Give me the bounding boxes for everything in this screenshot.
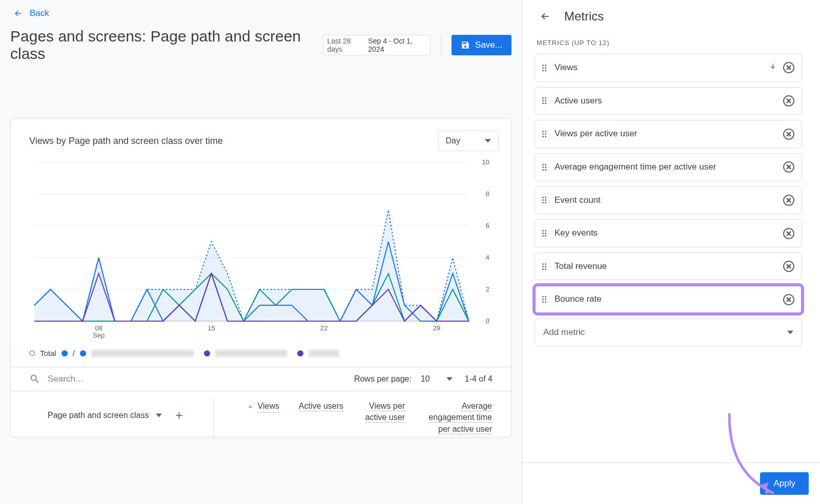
metric-chip-label: Active users bbox=[555, 95, 777, 108]
back-link[interactable]: Back bbox=[10, 6, 52, 20]
legend-dot-d bbox=[297, 350, 303, 356]
search-placeholder: Search… bbox=[48, 374, 84, 384]
chevron-down-icon bbox=[156, 412, 162, 418]
metric-chip-label: Event count bbox=[555, 194, 777, 207]
chevron-down-icon bbox=[485, 138, 491, 144]
svg-text:15: 15 bbox=[208, 324, 215, 332]
add-metric-label: Add metric bbox=[543, 327, 585, 338]
drag-handle-icon[interactable] bbox=[542, 97, 548, 104]
metric-chip[interactable]: Key events bbox=[535, 219, 802, 247]
drag-handle-icon[interactable] bbox=[542, 230, 548, 237]
remove-metric-button[interactable] bbox=[783, 228, 794, 239]
legend-blur-3 bbox=[309, 350, 339, 357]
remove-metric-button[interactable] bbox=[783, 161, 794, 173]
remove-metric-button[interactable] bbox=[783, 195, 794, 206]
legend-slash: / bbox=[73, 349, 75, 358]
vpau-label: Views per active user bbox=[365, 402, 405, 423]
legend-dot-b bbox=[80, 350, 86, 356]
legend-dot-total bbox=[29, 350, 35, 356]
drag-handle-icon[interactable] bbox=[542, 296, 548, 303]
metric-chip[interactable]: Average engagement time per active user bbox=[535, 153, 802, 181]
active-users-label: Active users bbox=[299, 402, 343, 411]
metrics-section-label: METRICS (UP TO 12) bbox=[535, 39, 802, 54]
remove-metric-button[interactable] bbox=[783, 294, 794, 305]
metric-chip-label: Views per active user bbox=[555, 128, 777, 140]
drag-handle-icon[interactable] bbox=[542, 197, 548, 203]
drag-handle-icon[interactable] bbox=[542, 65, 548, 71]
apply-label: Apply bbox=[773, 478, 795, 488]
dimension-label: Page path and screen class bbox=[48, 411, 149, 420]
metric-chip-label: Total revenue bbox=[555, 260, 777, 273]
metric-chip-label: Bounce rate bbox=[555, 293, 777, 306]
legend-blur-1 bbox=[91, 350, 194, 357]
chart-title: Views by Page path and screen class over… bbox=[29, 136, 223, 146]
remove-metric-button[interactable] bbox=[783, 95, 794, 107]
metric-chip[interactable]: Event count bbox=[535, 186, 802, 215]
date-label: Last 28 days bbox=[327, 37, 365, 53]
rows-per-page-label: Rows per page: bbox=[354, 374, 412, 384]
column-views[interactable]: Views bbox=[214, 398, 285, 437]
drag-handle-icon[interactable] bbox=[542, 263, 548, 270]
svg-text:6: 6 bbox=[486, 222, 489, 229]
legend-dot-slash bbox=[61, 350, 68, 356]
sidebar-title: Metrics bbox=[564, 9, 604, 24]
metric-chip-label: Key events bbox=[555, 227, 777, 240]
drag-handle-icon[interactable] bbox=[542, 164, 548, 171]
column-active-users[interactable]: Active users bbox=[285, 398, 350, 437]
metric-chip-label: Views bbox=[555, 61, 763, 74]
add-metric-button[interactable]: Add metric bbox=[535, 319, 802, 346]
views-label: Views bbox=[258, 401, 279, 413]
table-search[interactable]: Search… bbox=[29, 373, 354, 385]
divider bbox=[441, 35, 441, 55]
metric-chip[interactable]: Views per active user bbox=[535, 120, 802, 148]
column-views-per-active-user[interactable]: Views per active user bbox=[350, 398, 411, 437]
line-chart: 024681008Sep152229 bbox=[29, 159, 493, 344]
svg-text:Sep: Sep bbox=[93, 331, 105, 339]
drag-handle-icon[interactable] bbox=[542, 131, 548, 137]
svg-text:0: 0 bbox=[486, 317, 489, 325]
legend-total: Total bbox=[40, 349, 56, 358]
arrow-left-icon bbox=[13, 9, 23, 18]
granularity-select[interactable]: Day bbox=[438, 131, 499, 151]
column-avg-engagement[interactable]: Average engagement time per active user bbox=[411, 398, 498, 437]
remove-metric-button[interactable] bbox=[783, 129, 794, 140]
metric-chip[interactable]: Bounce rate bbox=[535, 285, 802, 313]
svg-text:2: 2 bbox=[486, 285, 489, 293]
aet-label: Average engagement time per active user bbox=[428, 402, 492, 434]
save-button[interactable]: Save... bbox=[452, 35, 511, 55]
metrics-panel: Metrics METRICS (UP TO 12) ViewsActive u… bbox=[522, 0, 820, 504]
metric-chip[interactable]: Total revenue bbox=[535, 253, 802, 281]
svg-text:10: 10 bbox=[482, 159, 489, 166]
remove-metric-button[interactable] bbox=[783, 62, 794, 73]
pagination-range: 1-4 of 4 bbox=[465, 374, 493, 384]
search-icon bbox=[29, 373, 40, 385]
dimension-header[interactable]: Page path and screen class + bbox=[29, 398, 214, 437]
date-range-chip[interactable]: Last 28 days Sep 4 - Oct 1, 2024 bbox=[323, 35, 431, 55]
apply-button[interactable]: Apply bbox=[760, 472, 809, 495]
svg-text:29: 29 bbox=[433, 324, 441, 332]
arrow-left-icon[interactable] bbox=[540, 11, 551, 22]
remove-metric-button[interactable] bbox=[783, 261, 794, 272]
rows-per-page-select[interactable]: 10 bbox=[421, 374, 453, 384]
table-header-row: Page path and screen class + Views Activ… bbox=[11, 391, 511, 437]
legend-blur-2 bbox=[215, 350, 287, 357]
page-title: Pages and screens: Page path and screen … bbox=[10, 28, 318, 62]
back-label: Back bbox=[30, 8, 49, 18]
chart-legend: Total / bbox=[11, 344, 511, 367]
metric-chip-label: Average engagement time per active user bbox=[555, 161, 777, 174]
svg-text:4: 4 bbox=[486, 254, 489, 261]
save-label: Save... bbox=[475, 40, 502, 50]
chevron-down-icon bbox=[787, 329, 793, 335]
arrow-down-icon bbox=[247, 403, 254, 409]
metric-chip[interactable]: Active users bbox=[535, 87, 802, 115]
svg-text:08: 08 bbox=[95, 324, 102, 332]
add-dimension-button[interactable]: + bbox=[175, 408, 182, 423]
date-range: Sep 4 - Oct 1, 2024 bbox=[368, 37, 426, 53]
sort-desc-icon[interactable] bbox=[769, 62, 777, 73]
svg-text:8: 8 bbox=[486, 190, 489, 198]
chart-card: Views by Page path and screen class over… bbox=[10, 118, 511, 437]
rows-per-page-value: 10 bbox=[421, 374, 430, 384]
granularity-value: Day bbox=[446, 136, 460, 145]
save-icon bbox=[461, 40, 470, 50]
metric-chip[interactable]: Views bbox=[535, 54, 802, 82]
